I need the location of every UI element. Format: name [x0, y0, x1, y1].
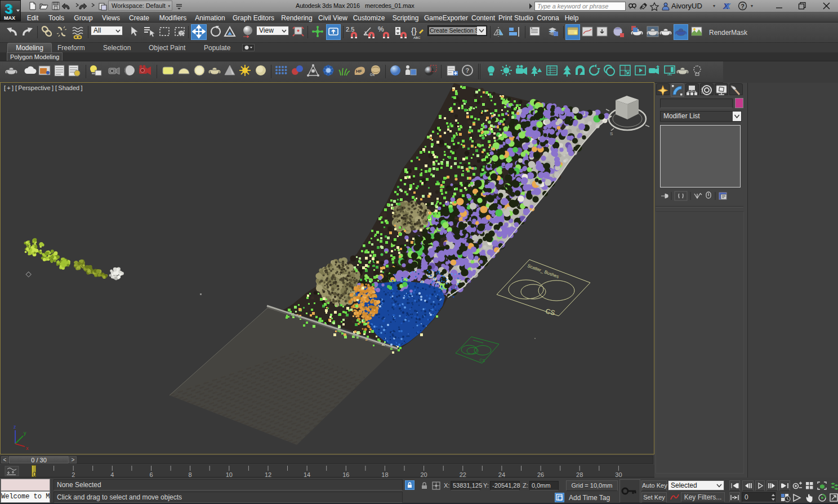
svg-text:z: z — [14, 424, 16, 430]
svg-text:2.5: 2.5 — [346, 26, 354, 33]
svg-text:x: x — [26, 445, 29, 451]
svg-text:?: ? — [741, 3, 745, 10]
svg-text:{}: {} — [411, 26, 417, 35]
svg-text:%: % — [378, 25, 384, 33]
svg-text:y: y — [24, 430, 26, 436]
svg-text:Scatter_ Bushes: Scatter_ Bushes — [527, 263, 559, 279]
svg-text:CS: CS — [545, 307, 556, 317]
svg-text:HF: HF — [356, 69, 362, 74]
svg-text:3: 3 — [5, 1, 12, 16]
svg-text:0x: 0x — [370, 72, 375, 77]
svg-text:ABC: ABC — [413, 36, 421, 39]
svg-text:?: ? — [466, 67, 470, 74]
svg-text:S: S — [610, 131, 613, 136]
svg-text:MAX: MAX — [4, 15, 15, 21]
svg-text:CS: CS — [479, 358, 485, 363]
